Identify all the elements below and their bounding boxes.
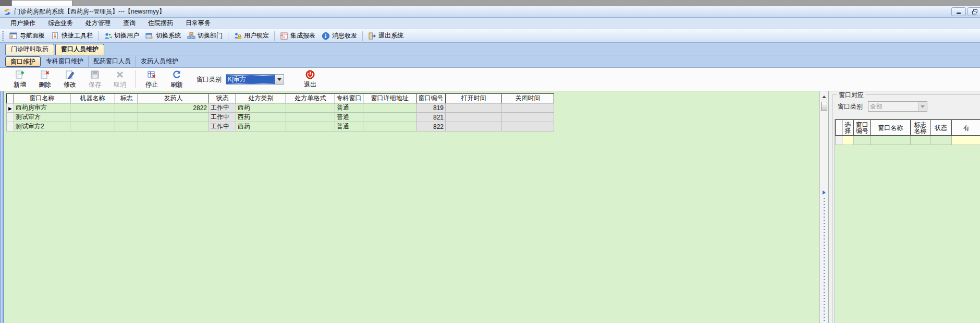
cell-status[interactable]: 工作中 (209, 122, 236, 131)
menu-daily-affairs[interactable]: 日常事务 (179, 17, 217, 29)
cell-status[interactable]: 工作中 (209, 113, 236, 122)
cell-window-name[interactable]: 测试审方 (14, 113, 70, 122)
exit-button[interactable]: 退出 (298, 69, 323, 90)
cell-rx-format[interactable] (286, 103, 335, 113)
subtab-specialty-window[interactable]: 专科窗口维护 (41, 56, 88, 67)
cell-window-name[interactable]: 西药房审方 (14, 103, 70, 113)
cell-close-time[interactable] (502, 103, 554, 113)
toolbar-separator (228, 31, 228, 41)
cell-rx-type[interactable]: 西药 (236, 113, 286, 122)
cell-window-address[interactable] (363, 113, 416, 122)
menu-prescription-mgmt[interactable]: 处方管理 (79, 17, 117, 29)
switch-dept-icon (187, 32, 195, 40)
scrollbar-thumb[interactable] (821, 102, 827, 111)
tab-outpatient-call[interactable]: 门诊呼叫取药 (5, 44, 54, 55)
menu-user-operations[interactable]: 用户操作 (4, 17, 42, 29)
cell-dispenser[interactable]: 2822 (138, 103, 209, 113)
cell-status[interactable]: 工作中 (209, 103, 236, 113)
cell-flag[interactable] (115, 103, 138, 113)
cell-close-time[interactable] (502, 122, 554, 131)
toolbar-grip[interactable] (2, 31, 4, 41)
tab-window-personnel[interactable]: 窗口人员维护 (55, 44, 104, 55)
cell-window-no[interactable]: 821 (416, 113, 446, 122)
toolbar-separator (274, 31, 275, 41)
lock-user-label: 用户锁定 (244, 31, 269, 40)
table-row: 测试审方 工作中 西药 普通 821 (7, 113, 554, 122)
cell-rx-type[interactable]: 西药 (236, 122, 286, 131)
cell-specialty-window[interactable]: 普通 (335, 113, 363, 122)
cell-window-address[interactable] (363, 122, 416, 131)
cell-open-time[interactable] (446, 122, 502, 131)
menu-inpatient-dispense[interactable]: 住院摆药 (142, 17, 179, 29)
window-type-dropdown-button[interactable] (275, 75, 284, 84)
splitter-grip[interactable] (824, 198, 825, 321)
cell-flag[interactable] (115, 122, 138, 131)
menu-query[interactable]: 查询 (117, 17, 142, 29)
modify-button[interactable]: 修改 (57, 69, 82, 90)
switch-user-button[interactable]: 切换用户 (101, 30, 142, 41)
quick-toolbar-button[interactable]: 快捷工具栏 (48, 30, 96, 41)
cell-window-address[interactable] (363, 103, 416, 113)
scroll-up-button[interactable] (820, 93, 828, 100)
cell-open-time[interactable] (446, 103, 502, 113)
cell-dispenser[interactable] (138, 122, 209, 131)
switch-system-button[interactable]: 切换系统 (142, 30, 184, 41)
switch-dept-label: 切换部门 (198, 31, 223, 40)
cell-window-name[interactable]: 测试审方2 (14, 122, 70, 131)
lock-user-button[interactable]: 用户锁定 (230, 30, 272, 41)
refresh-label: 刷新 (170, 80, 183, 89)
cell-valid[interactable] (951, 136, 980, 145)
power-icon (305, 69, 315, 80)
cell-dispenser[interactable] (138, 113, 209, 122)
subtab-window-maintain[interactable]: 窗口维护 (5, 56, 41, 67)
col-status: 状态 (930, 120, 951, 136)
cell-rx-format[interactable] (286, 113, 335, 122)
col-valid: 有 (951, 120, 980, 136)
refresh-button[interactable]: 刷新 (164, 69, 189, 90)
col-rx-format: 处方单格式 (286, 94, 335, 103)
reports-button[interactable]: 集成报表 (277, 30, 318, 41)
cell-window-no[interactable]: 822 (416, 122, 446, 131)
add-button[interactable]: 新增 (7, 69, 32, 90)
nav-panel-button[interactable]: 导航面板 (6, 30, 48, 41)
background-window-tab (11, 0, 72, 6)
nav-panel-icon (9, 32, 18, 40)
cell-flag[interactable] (115, 113, 138, 122)
add-icon (15, 69, 25, 80)
exit-system-button[interactable]: 退出系统 (365, 30, 407, 41)
switch-dept-button[interactable]: 切换部门 (184, 30, 226, 41)
col-flag-name: 标志名称 (911, 120, 930, 136)
stop-button[interactable]: 停止 (139, 69, 164, 90)
minimize-button[interactable] (951, 7, 966, 16)
row-selector[interactable] (7, 113, 14, 122)
cell-open-time[interactable] (446, 113, 502, 122)
cell-close-time[interactable] (502, 113, 554, 122)
chevron-down-icon (277, 78, 281, 81)
messages-button[interactable]: 消息收发 (318, 30, 360, 41)
menu-general-business[interactable]: 综合业务 (42, 17, 79, 29)
window-type-combobox[interactable]: K|审方 (226, 74, 284, 85)
cell-select[interactable] (842, 136, 854, 145)
subtab-issue-personnel[interactable]: 发药人员维护 (136, 56, 183, 67)
switch-system-label: 切换系统 (156, 31, 181, 40)
row-selector (836, 136, 842, 145)
row-selector[interactable] (7, 122, 14, 131)
row-selector[interactable]: ▶ (7, 103, 14, 113)
chevron-down-icon (921, 105, 925, 108)
cell-window-no[interactable]: 819 (416, 103, 446, 113)
restore-button[interactable] (967, 7, 980, 16)
collapsed-nav-strip[interactable] (0, 91, 4, 323)
cell-rx-type[interactable]: 西药 (236, 103, 286, 113)
background-window-strip-right (72, 0, 980, 6)
content-area: 窗口名称 机器名称 标志 发药人 状态 处方类别 处方单格式 专科窗口 窗口详细… (0, 91, 980, 323)
col-close-time: 关闭时间 (502, 94, 554, 103)
cell-machine-name[interactable] (70, 113, 115, 122)
cell-machine-name[interactable] (70, 103, 115, 113)
delete-button[interactable]: 删除 (32, 69, 57, 90)
cell-specialty-window[interactable]: 普通 (335, 103, 363, 113)
subtab-dispense-personnel[interactable]: 配药窗口人员 (88, 56, 136, 67)
cell-specialty-window[interactable]: 普通 (335, 122, 363, 131)
cell-rx-format[interactable] (286, 122, 335, 131)
splitter-collapse-icon[interactable] (823, 190, 826, 195)
cell-machine-name[interactable] (70, 122, 115, 131)
